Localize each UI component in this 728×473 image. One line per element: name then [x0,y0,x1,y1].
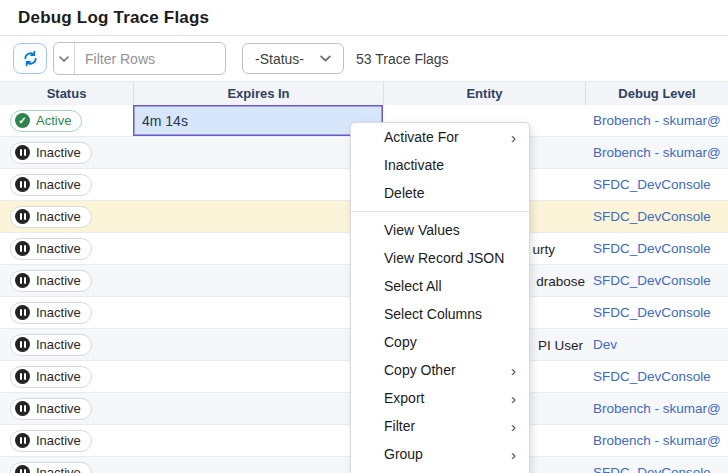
status-badge: Inactive [10,174,92,196]
context-menu: Activate For›InactivateDeleteView Values… [350,122,530,473]
trace-flags-count: 53 Trace Flags [356,51,449,67]
menu-item-select-all[interactable]: Select All [351,272,529,300]
pause-icon [15,337,30,352]
debug-level-link[interactable]: Brobench - skumar@ [585,393,728,424]
filter-rows-input[interactable] [75,43,225,74]
debug-level-link[interactable]: SFDC_DevConsole [585,201,728,232]
cell-status[interactable]: Inactive [0,457,133,473]
cell-status[interactable]: Inactive [0,361,133,392]
submenu-arrow-icon: › [511,130,516,145]
menu-item-label: View Record JSON [384,250,516,266]
refresh-button[interactable] [13,43,47,74]
refresh-icon [22,50,39,67]
cell-status[interactable]: ✓Active [0,105,133,136]
column-header-debug-level[interactable]: Debug Level [585,82,728,105]
menu-item-label: Group [384,446,511,462]
status-badge: Inactive [10,398,92,420]
pause-icon [15,177,30,192]
cell-expires-in[interactable] [133,265,383,296]
status-label: Inactive [36,369,81,384]
menu-item-activate-for[interactable]: Activate For› [351,123,529,151]
debug-level-link[interactable]: Brobench - skumar@ [585,137,728,168]
status-label: Inactive [36,145,81,160]
menu-item-filter[interactable]: Filter› [351,412,529,440]
debug-level-link[interactable]: Brobench - skumar@ [585,105,728,136]
cell-expires-in[interactable] [133,457,383,473]
debug-level-link[interactable]: Brobench - skumar@ [585,425,728,456]
debug-log-trace-flags-window: Debug Log Trace Flags -Status- [0,0,728,473]
cell-expires-in[interactable] [133,297,383,328]
cell-status[interactable]: Inactive [0,169,133,200]
cell-status[interactable]: Inactive [0,425,133,456]
submenu-arrow-icon: › [511,419,516,434]
status-label: Inactive [36,273,81,288]
chevron-down-icon [320,55,331,62]
submenu-arrow-icon: › [511,363,516,378]
menu-item-view-record-json[interactable]: View Record JSON [351,244,529,272]
column-header-expires-in[interactable]: Expires In [133,82,383,105]
menu-item-view-values[interactable]: View Values [351,216,529,244]
cell-expires-in[interactable] [133,233,383,264]
cell-status[interactable]: Inactive [0,265,133,296]
cell-expires-in[interactable] [133,393,383,424]
status-badge: Inactive [10,430,92,452]
menu-item-copy-other[interactable]: Copy Other› [351,356,529,384]
pause-icon [15,369,30,384]
cell-status[interactable]: Inactive [0,137,133,168]
debug-level-link[interactable]: SFDC_DevConsole [585,361,728,392]
cell-status[interactable]: Inactive [0,297,133,328]
menu-item-select-columns[interactable]: Select Columns [351,300,529,328]
pause-icon [15,305,30,320]
cell-status[interactable]: Inactive [0,329,133,360]
status-badge: Inactive [10,462,92,473]
status-label: Inactive [36,241,81,256]
menu-item-delete[interactable]: Delete [351,179,529,207]
menu-item-label: Select Columns [384,306,516,322]
submenu-arrow-icon: › [511,447,516,462]
entity-value: drabose [536,273,585,288]
status-filter-select[interactable]: -Status- [242,43,344,74]
menu-item-export[interactable]: Export› [351,384,529,412]
column-header-status[interactable]: Status [0,82,133,105]
debug-level-link[interactable]: SFDC_DevConsole [585,265,728,296]
menu-item-group[interactable]: Group› [351,440,529,468]
menu-item-label: Inactivate [384,157,516,173]
menu-item-label: Select All [384,278,516,294]
debug-level-link[interactable]: SFDC_DevConsole [585,457,728,473]
entity-value: PI User [538,337,583,352]
status-badge: Inactive [10,366,92,388]
cell-status[interactable]: Inactive [0,393,133,424]
debug-level-link[interactable]: SFDC_DevConsole [585,233,728,264]
cell-status[interactable]: Inactive [0,233,133,264]
cell-status[interactable]: Inactive [0,201,133,232]
status-badge: Inactive [10,142,92,164]
cell-expires-in[interactable] [133,329,383,360]
filter-options-dropdown[interactable] [54,43,75,74]
status-badge: ✓Active [10,110,82,132]
cell-expires-in[interactable] [133,201,383,232]
pause-icon [15,465,30,473]
debug-level-link[interactable]: Dev [585,329,728,360]
status-label: Inactive [36,337,81,352]
submenu-arrow-icon: › [511,391,516,406]
pause-icon [15,401,30,416]
debug-level-link[interactable]: SFDC_DevConsole [585,169,728,200]
status-label: Active [36,113,71,128]
filter-rows-combo [53,42,226,75]
column-header-entity[interactable]: Entity [383,82,585,105]
cell-expires-in[interactable] [133,137,383,168]
cell-expires-in-selected[interactable]: 4m 14s [133,105,383,136]
menu-item-copy[interactable]: Copy [351,328,529,356]
menu-item-inactivate[interactable]: Inactivate [351,151,529,179]
status-label: Inactive [36,465,81,473]
cell-expires-in[interactable] [133,169,383,200]
cell-expires-in[interactable] [133,425,383,456]
pause-icon [15,433,30,448]
toolbar: -Status- 53 Trace Flags [0,36,728,81]
menu-item-label: Copy Other [384,362,511,378]
status-label: Inactive [36,209,81,224]
cell-expires-in[interactable] [133,361,383,392]
debug-level-link[interactable]: SFDC_DevConsole [585,297,728,328]
page-title: Debug Log Trace Flags [18,8,209,28]
grid-header: StatusExpires InEntityDebug Level [0,81,728,105]
